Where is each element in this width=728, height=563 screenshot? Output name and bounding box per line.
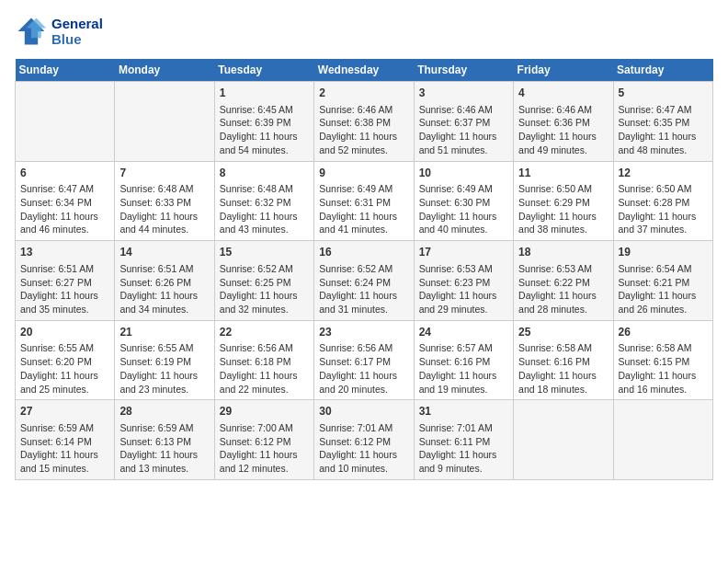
day-info: Daylight: 11 hours and 19 minutes. <box>419 369 508 396</box>
day-info: Daylight: 11 hours and 43 minutes. <box>220 210 309 236</box>
day-header-friday: Friday <box>514 59 613 82</box>
day-number: 4 <box>518 86 608 101</box>
calendar-cell: 27Sunrise: 6:59 AMSunset: 6:14 PMDayligh… <box>16 400 115 480</box>
day-info: Daylight: 11 hours and 12 minutes. <box>220 448 309 475</box>
calendar-cell: 31Sunrise: 7:01 AMSunset: 6:11 PMDayligh… <box>414 400 513 480</box>
day-info: Daylight: 11 hours and 38 minutes. <box>518 210 608 236</box>
calendar-header: SundayMondayTuesdayWednesdayThursdayFrid… <box>16 59 713 82</box>
day-info: Daylight: 11 hours and 22 minutes. <box>220 369 309 396</box>
day-info: Daylight: 11 hours and 46 minutes. <box>20 210 109 236</box>
calendar-cell: 16Sunrise: 6:52 AMSunset: 6:24 PMDayligh… <box>314 241 414 321</box>
logo: General Blue <box>15 15 103 48</box>
day-info: Sunrise: 6:55 AM <box>119 341 209 355</box>
day-info: Daylight: 11 hours and 31 minutes. <box>319 289 408 316</box>
calendar-cell: 26Sunrise: 6:58 AMSunset: 6:15 PMDayligh… <box>613 320 712 400</box>
day-number: 26 <box>619 325 708 340</box>
day-number: 22 <box>220 325 309 340</box>
calendar-cell: 17Sunrise: 6:53 AMSunset: 6:23 PMDayligh… <box>414 241 513 321</box>
day-info: Daylight: 11 hours and 25 minutes. <box>20 369 109 396</box>
day-info: Sunset: 6:34 PM <box>20 196 109 210</box>
day-info: Daylight: 11 hours and 18 minutes. <box>518 369 608 396</box>
calendar-cell: 20Sunrise: 6:55 AMSunset: 6:20 PMDayligh… <box>16 320 115 400</box>
day-number: 30 <box>319 404 408 419</box>
day-info: Sunrise: 6:55 AM <box>20 341 109 355</box>
calendar-cell: 22Sunrise: 6:56 AMSunset: 6:18 PMDayligh… <box>214 320 313 400</box>
day-info: Daylight: 11 hours and 23 minutes. <box>119 369 209 396</box>
day-info: Sunrise: 6:48 AM <box>119 182 209 196</box>
day-info: Daylight: 11 hours and 52 minutes. <box>319 130 408 156</box>
day-info: Sunset: 6:28 PM <box>619 196 708 210</box>
calendar-cell: 23Sunrise: 6:56 AMSunset: 6:17 PMDayligh… <box>314 320 414 400</box>
day-info: Sunset: 6:16 PM <box>518 355 608 369</box>
calendar-cell: 13Sunrise: 6:51 AMSunset: 6:27 PMDayligh… <box>16 241 115 321</box>
day-header-tuesday: Tuesday <box>214 59 313 82</box>
day-info: Daylight: 11 hours and 41 minutes. <box>319 210 408 236</box>
calendar-cell: 8Sunrise: 6:48 AMSunset: 6:32 PMDaylight… <box>214 161 313 241</box>
day-info: Sunset: 6:33 PM <box>119 196 209 210</box>
logo-line1: General <box>51 16 103 31</box>
day-info: Sunrise: 6:58 AM <box>518 341 608 355</box>
day-info: Sunset: 6:32 PM <box>220 196 309 210</box>
day-info: Sunset: 6:23 PM <box>419 276 508 290</box>
day-info: Sunrise: 6:50 AM <box>619 182 708 196</box>
day-info: Daylight: 11 hours and 51 minutes. <box>419 130 508 156</box>
day-info: Sunset: 6:14 PM <box>20 435 109 449</box>
calendar-week-2: 6Sunrise: 6:47 AMSunset: 6:34 PMDaylight… <box>16 161 713 241</box>
day-number: 29 <box>220 404 309 419</box>
day-info: Daylight: 11 hours and 54 minutes. <box>220 130 309 156</box>
calendar-cell: 25Sunrise: 6:58 AMSunset: 6:16 PMDayligh… <box>514 320 613 400</box>
page-header: General Blue <box>15 15 713 48</box>
day-info: Sunset: 6:11 PM <box>419 435 508 449</box>
day-info: Daylight: 11 hours and 48 minutes. <box>619 130 708 156</box>
day-number: 14 <box>119 245 209 260</box>
day-number: 15 <box>220 245 309 260</box>
calendar-cell: 24Sunrise: 6:57 AMSunset: 6:16 PMDayligh… <box>414 320 513 400</box>
calendar-week-3: 13Sunrise: 6:51 AMSunset: 6:27 PMDayligh… <box>16 241 713 321</box>
day-info: Sunrise: 6:53 AM <box>419 262 508 276</box>
day-info: Sunset: 6:15 PM <box>619 355 708 369</box>
calendar-cell: 28Sunrise: 6:59 AMSunset: 6:13 PMDayligh… <box>115 400 214 480</box>
day-number: 21 <box>119 325 209 340</box>
calendar-cell: 29Sunrise: 7:00 AMSunset: 6:12 PMDayligh… <box>214 400 313 480</box>
day-info: Sunrise: 6:47 AM <box>20 182 109 196</box>
calendar-cell: 10Sunrise: 6:49 AMSunset: 6:30 PMDayligh… <box>414 161 513 241</box>
logo-line2: Blue <box>51 31 103 47</box>
day-number: 17 <box>419 245 508 260</box>
calendar-cell: 21Sunrise: 6:55 AMSunset: 6:19 PMDayligh… <box>115 320 214 400</box>
day-info: Sunrise: 6:51 AM <box>119 262 209 276</box>
calendar-cell: 4Sunrise: 6:46 AMSunset: 6:36 PMDaylight… <box>514 82 613 162</box>
day-info: Daylight: 11 hours and 28 minutes. <box>518 289 608 316</box>
calendar-cell: 6Sunrise: 6:47 AMSunset: 6:34 PMDaylight… <box>16 161 115 241</box>
calendar-cell: 2Sunrise: 6:46 AMSunset: 6:38 PMDaylight… <box>314 82 414 162</box>
calendar-cell: 5Sunrise: 6:47 AMSunset: 6:35 PMDaylight… <box>613 82 712 162</box>
calendar-cell: 3Sunrise: 6:46 AMSunset: 6:37 PMDaylight… <box>414 82 513 162</box>
day-number: 31 <box>419 404 508 419</box>
day-number: 1 <box>220 86 309 101</box>
day-number: 16 <box>319 245 408 260</box>
day-info: Sunrise: 6:59 AM <box>20 421 109 435</box>
day-number: 13 <box>20 245 109 260</box>
day-info: Sunset: 6:19 PM <box>119 355 209 369</box>
day-number: 12 <box>619 166 708 181</box>
calendar-cell: 19Sunrise: 6:54 AMSunset: 6:21 PMDayligh… <box>613 241 712 321</box>
day-info: Sunrise: 6:49 AM <box>319 182 408 196</box>
day-number: 28 <box>119 404 209 419</box>
day-info: Sunset: 6:18 PM <box>220 355 309 369</box>
day-number: 23 <box>319 325 408 340</box>
calendar-cell: 1Sunrise: 6:45 AMSunset: 6:39 PMDaylight… <box>214 82 313 162</box>
day-info: Sunset: 6:36 PM <box>518 116 608 130</box>
calendar-cell: 9Sunrise: 6:49 AMSunset: 6:31 PMDaylight… <box>314 161 414 241</box>
day-info: Daylight: 11 hours and 49 minutes. <box>518 130 608 156</box>
day-info: Sunrise: 6:52 AM <box>319 262 408 276</box>
day-header-wednesday: Wednesday <box>314 59 414 82</box>
day-info: Daylight: 11 hours and 16 minutes. <box>619 369 708 396</box>
day-info: Daylight: 11 hours and 44 minutes. <box>119 210 209 236</box>
day-info: Sunset: 6:12 PM <box>220 435 309 449</box>
day-info: Daylight: 11 hours and 9 minutes. <box>419 448 508 475</box>
day-info: Sunrise: 6:46 AM <box>518 103 608 117</box>
day-number: 3 <box>419 86 508 101</box>
calendar-cell: 11Sunrise: 6:50 AMSunset: 6:29 PMDayligh… <box>514 161 613 241</box>
calendar-week-4: 20Sunrise: 6:55 AMSunset: 6:20 PMDayligh… <box>16 320 713 400</box>
day-info: Sunrise: 6:56 AM <box>319 341 408 355</box>
day-info: Sunrise: 6:50 AM <box>518 182 608 196</box>
